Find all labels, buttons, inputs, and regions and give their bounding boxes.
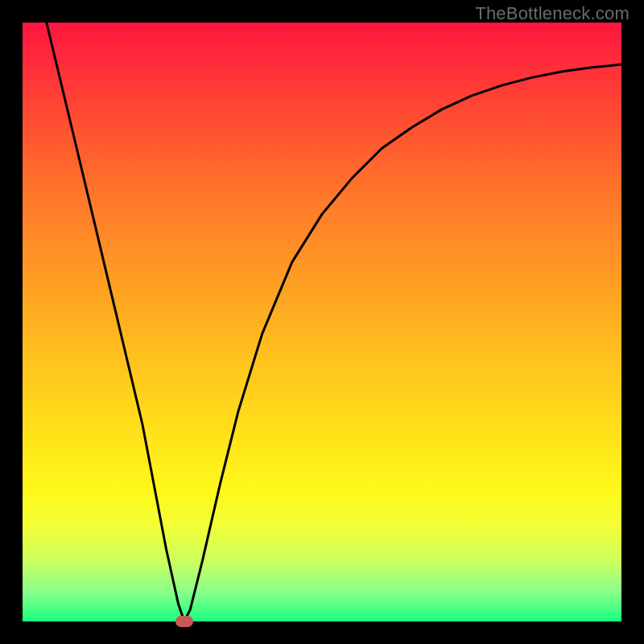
watermark-text: TheBottleneck.com xyxy=(475,3,630,24)
minimum-marker xyxy=(175,616,193,627)
chart-frame: TheBottleneck.com xyxy=(0,0,644,644)
plot-area xyxy=(23,23,621,621)
bottleneck-curve xyxy=(23,23,621,621)
